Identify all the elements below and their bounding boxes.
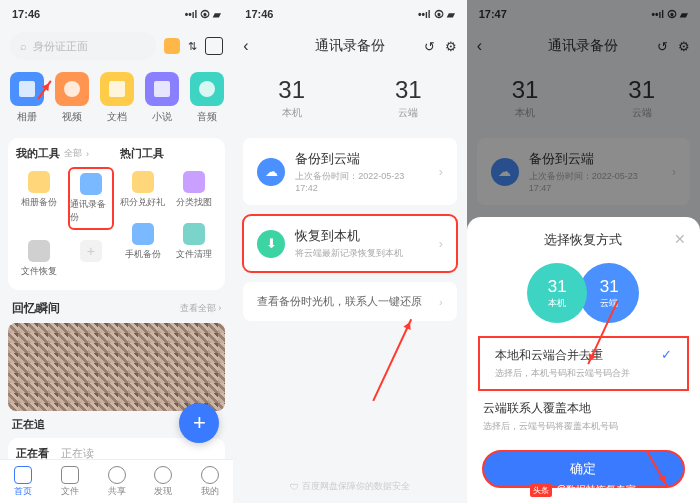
- points-icon: [132, 171, 154, 193]
- home-icon: [14, 466, 32, 484]
- tool-add[interactable]: +: [68, 236, 114, 282]
- status-bar: 17:46 ••ıl⦿▰: [233, 0, 466, 28]
- video-icon: [55, 72, 89, 106]
- cloud-upload-icon: ☁: [257, 158, 285, 186]
- tool-classify[interactable]: 分类找图: [172, 167, 218, 213]
- search-placeholder: 身份证正面: [33, 39, 88, 54]
- tools-card: 我的工具 全部› 相册备份 通讯录备份 文件恢复 + 热门工具 积分兑好礼 分类…: [8, 138, 225, 290]
- nav-title: 通讯录备份: [315, 37, 385, 55]
- footer-note: 🛡 百度网盘保障你的数据安全: [233, 480, 466, 493]
- back-button[interactable]: ‹: [243, 37, 248, 55]
- tool-file-recover[interactable]: 文件恢复: [16, 236, 62, 282]
- settings-icon[interactable]: ⚙: [445, 39, 457, 54]
- wifi-icon: ⦿: [200, 9, 210, 20]
- search-input[interactable]: ⌕ 身份证正面: [10, 32, 156, 60]
- cat-doc[interactable]: 文档: [100, 72, 134, 124]
- close-icon[interactable]: ✕: [674, 231, 686, 247]
- tool-contacts-backup[interactable]: 通讯录备份: [68, 167, 114, 230]
- contacts-backup-icon: [80, 173, 102, 195]
- tab-share[interactable]: 共享: [108, 466, 126, 498]
- status-time: 17:46: [12, 8, 40, 20]
- count-cloud: 31云端: [395, 76, 422, 120]
- method-merge[interactable]: 本地和云端合并去重 选择后，本机号码和云端号码合并 ✓: [479, 337, 688, 390]
- settings-icon[interactable]: ⚙: [678, 39, 690, 54]
- hot-tools-title: 热门工具: [120, 146, 164, 161]
- history-link[interactable]: 查看备份时光机，联系人一键还原 ›: [243, 282, 456, 321]
- tab-home[interactable]: 首页: [14, 466, 32, 498]
- cat-audio[interactable]: 音频: [190, 72, 224, 124]
- cat-video[interactable]: 视频: [55, 72, 89, 124]
- tab-me[interactable]: 我的: [201, 466, 219, 498]
- tool-cleanup[interactable]: 文件清理: [172, 219, 218, 265]
- check-icon: ✓: [661, 347, 672, 362]
- scan-icon[interactable]: [205, 37, 223, 55]
- tab-discover[interactable]: 发现: [154, 466, 172, 498]
- my-tools-title: 我的工具: [16, 146, 60, 161]
- restore-to-local[interactable]: ⬇ 恢复到本机将云端最新记录恢复到本机 ›: [243, 215, 456, 272]
- search-icon: ⌕: [20, 40, 27, 52]
- nav-bar: ‹ 通讯录备份 ↺⚙: [467, 28, 700, 64]
- tab-files[interactable]: 文件: [61, 466, 79, 498]
- status-time: 17:46: [245, 8, 273, 20]
- my-tools-col: 我的工具 全部› 相册备份 通讯录备份 文件恢复 +: [16, 146, 114, 282]
- tool-points[interactable]: 积分兑好礼: [120, 167, 166, 213]
- audio-icon: [190, 72, 224, 106]
- shield-icon: 🛡: [290, 482, 299, 492]
- sort-icon[interactable]: [164, 38, 180, 54]
- circle-cloud: 31云端: [579, 263, 639, 323]
- memories-title: 回忆瞬间: [12, 300, 60, 317]
- cloud-upload-icon: ☁: [491, 158, 519, 186]
- counts-row: 31本机 31云端: [467, 64, 700, 138]
- backup-to-cloud[interactable]: ☁ 备份到云端上次备份时间：2022-05-23 17:42 ›: [243, 138, 456, 205]
- confirm-button[interactable]: 确定: [483, 451, 684, 487]
- search-row: ⌕ 身份证正面 ⇅: [0, 28, 233, 64]
- doc-icon: [100, 72, 134, 106]
- me-icon: [201, 466, 219, 484]
- files-icon: [61, 466, 79, 484]
- discover-icon: [154, 466, 172, 484]
- file-recover-icon: [28, 240, 50, 262]
- plus-icon: +: [80, 240, 102, 262]
- sheet-title: 选择恢复方式 ✕: [467, 231, 700, 249]
- method-overwrite[interactable]: 云端联系人覆盖本地 选择后，云端号码将覆盖本机号码: [467, 390, 700, 443]
- chevron-icon: ›: [439, 165, 443, 179]
- history-icon[interactable]: ↺: [657, 39, 668, 54]
- phone-backup-icon: [132, 223, 154, 245]
- transfer-icon[interactable]: ⇅: [188, 40, 197, 52]
- chevron-icon: ›: [439, 237, 443, 251]
- cat-novel[interactable]: 小说: [145, 72, 179, 124]
- album-backup-icon: [28, 171, 50, 193]
- cleanup-icon: [183, 223, 205, 245]
- chevron-icon: ›: [439, 296, 443, 308]
- status-bar: 17:46 ••ıl ⦿ ▰: [0, 0, 233, 28]
- tool-album-backup[interactable]: 相册备份: [16, 167, 62, 230]
- history-icon[interactable]: ↺: [424, 39, 435, 54]
- hot-tools-col: 热门工具 积分兑好礼 分类找图 手机备份 文件清理: [120, 146, 218, 282]
- album-icon: [10, 72, 44, 106]
- memories-header: 回忆瞬间 查看全部 ›: [0, 294, 233, 323]
- counts-row: 31本机 31云端: [233, 64, 466, 138]
- count-circles: 31本机 31云端: [467, 249, 700, 337]
- memory-thumbnail[interactable]: [8, 323, 225, 411]
- tab-bar: 首页 文件 共享 发现 我的: [0, 459, 233, 503]
- cloud-download-icon: ⬇: [257, 230, 285, 258]
- restore-method-sheet: 选择恢复方式 ✕ 31本机 31云端 本地和云端合并去重 选择后，本机号码和云端…: [467, 217, 700, 503]
- novel-icon: [145, 72, 179, 106]
- classify-icon: [183, 171, 205, 193]
- tool-phone-backup[interactable]: 手机备份: [120, 219, 166, 265]
- backup-to-cloud: ☁ 备份到云端上次备份时间：2022-05-23 17:47 ›: [477, 138, 690, 205]
- status-indicators: ••ıl⦿▰: [418, 9, 455, 20]
- annotation-arrow: [373, 319, 412, 401]
- status-indicators: ••ıl ⦿ ▰: [185, 9, 222, 20]
- battery-icon: ▰: [213, 9, 221, 20]
- status-bar: 17:47 ••ıl⦿▰: [467, 0, 700, 28]
- phone-restore-sheet: 17:47 ••ıl⦿▰ ‹ 通讯录备份 ↺⚙ 31本机 31云端 ☁ 备份到云…: [467, 0, 700, 503]
- memories-view-all[interactable]: 查看全部 ›: [180, 302, 222, 315]
- signal-icon: ••ıl: [185, 9, 198, 20]
- share-icon: [108, 466, 126, 484]
- back-button[interactable]: ‹: [477, 37, 482, 55]
- nav-bar: ‹ 通讯录备份 ↺ ⚙: [233, 28, 466, 64]
- phone-home: 17:46 ••ıl ⦿ ▰ ⌕ 身份证正面 ⇅ 相册 视频 文档 小说 音频 …: [0, 0, 233, 503]
- all-link[interactable]: 全部: [64, 147, 82, 160]
- nav-title: 通讯录备份: [548, 37, 618, 55]
